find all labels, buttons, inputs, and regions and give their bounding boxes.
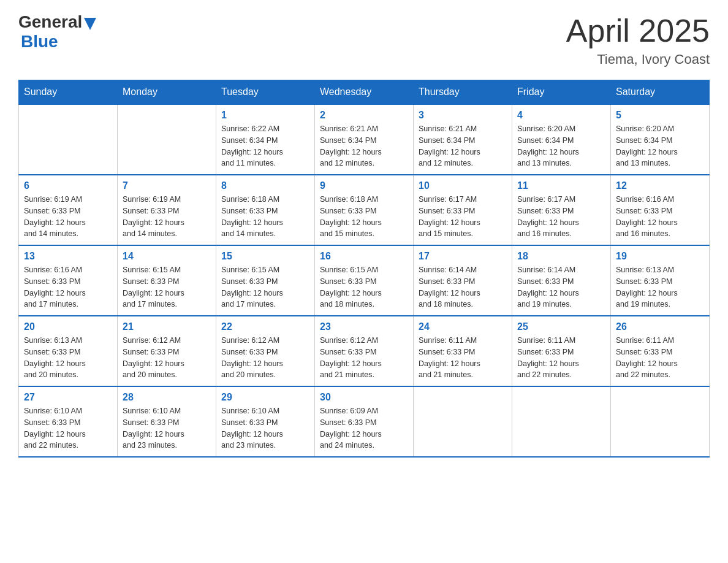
- calendar-cell: [118, 104, 216, 175]
- calendar-cell: 5Sunrise: 6:20 AM Sunset: 6:34 PM Daylig…: [611, 104, 710, 175]
- logo-blue-text: Blue: [21, 32, 58, 51]
- day-info: Sunrise: 6:10 AM Sunset: 6:33 PM Dayligh…: [221, 405, 309, 451]
- day-info: Sunrise: 6:21 AM Sunset: 6:34 PM Dayligh…: [419, 123, 507, 169]
- day-info: Sunrise: 6:11 AM Sunset: 6:33 PM Dayligh…: [517, 335, 605, 381]
- day-number: 26: [616, 321, 704, 332]
- calendar-cell: [414, 386, 512, 457]
- calendar-cell: 15Sunrise: 6:15 AM Sunset: 6:33 PM Dayli…: [216, 245, 315, 316]
- calendar-cell: 4Sunrise: 6:20 AM Sunset: 6:34 PM Daylig…: [512, 104, 611, 175]
- day-info: Sunrise: 6:18 AM Sunset: 6:33 PM Dayligh…: [221, 194, 309, 240]
- calendar-cell: 21Sunrise: 6:12 AM Sunset: 6:33 PM Dayli…: [118, 316, 216, 386]
- day-number: 19: [616, 251, 704, 262]
- day-info: Sunrise: 6:11 AM Sunset: 6:33 PM Dayligh…: [419, 335, 507, 381]
- day-info: Sunrise: 6:10 AM Sunset: 6:33 PM Dayligh…: [24, 405, 112, 451]
- day-number: 29: [221, 392, 309, 403]
- day-number: 23: [320, 321, 408, 332]
- day-number: 24: [419, 321, 507, 332]
- calendar-cell: 13Sunrise: 6:16 AM Sunset: 6:33 PM Dayli…: [19, 245, 118, 316]
- calendar-header-row: SundayMondayTuesdayWednesdayThursdayFrid…: [19, 80, 710, 105]
- day-info: Sunrise: 6:16 AM Sunset: 6:33 PM Dayligh…: [616, 194, 704, 240]
- calendar-cell: 19Sunrise: 6:13 AM Sunset: 6:33 PM Dayli…: [611, 245, 710, 316]
- weekday-header-sunday: Sunday: [19, 80, 118, 105]
- day-info: Sunrise: 6:17 AM Sunset: 6:33 PM Dayligh…: [517, 194, 605, 240]
- logo: General Blue: [18, 12, 96, 52]
- day-info: Sunrise: 6:19 AM Sunset: 6:33 PM Dayligh…: [123, 194, 211, 240]
- day-info: Sunrise: 6:11 AM Sunset: 6:33 PM Dayligh…: [616, 335, 704, 381]
- logo-triangle-icon: [84, 18, 96, 30]
- calendar-cell: 8Sunrise: 6:18 AM Sunset: 6:33 PM Daylig…: [216, 175, 315, 245]
- calendar-cell: 7Sunrise: 6:19 AM Sunset: 6:33 PM Daylig…: [118, 175, 216, 245]
- day-info: Sunrise: 6:22 AM Sunset: 6:34 PM Dayligh…: [221, 123, 309, 169]
- day-info: Sunrise: 6:13 AM Sunset: 6:33 PM Dayligh…: [24, 335, 112, 381]
- calendar-cell: 20Sunrise: 6:13 AM Sunset: 6:33 PM Dayli…: [19, 316, 118, 386]
- calendar-cell: 26Sunrise: 6:11 AM Sunset: 6:33 PM Dayli…: [611, 316, 710, 386]
- calendar-cell: [611, 386, 710, 457]
- day-number: 4: [517, 110, 605, 121]
- day-info: Sunrise: 6:12 AM Sunset: 6:33 PM Dayligh…: [123, 335, 211, 381]
- day-info: Sunrise: 6:19 AM Sunset: 6:33 PM Dayligh…: [24, 194, 112, 240]
- calendar-cell: 3Sunrise: 6:21 AM Sunset: 6:34 PM Daylig…: [414, 104, 512, 175]
- day-number: 12: [616, 180, 704, 191]
- calendar-week-row: 1Sunrise: 6:22 AM Sunset: 6:34 PM Daylig…: [19, 104, 710, 175]
- day-info: Sunrise: 6:17 AM Sunset: 6:33 PM Dayligh…: [419, 194, 507, 240]
- calendar-cell: 25Sunrise: 6:11 AM Sunset: 6:33 PM Dayli…: [512, 316, 611, 386]
- day-info: Sunrise: 6:15 AM Sunset: 6:33 PM Dayligh…: [320, 264, 408, 310]
- day-number: 1: [221, 110, 309, 121]
- calendar-cell: 12Sunrise: 6:16 AM Sunset: 6:33 PM Dayli…: [611, 175, 710, 245]
- calendar-cell: [19, 104, 118, 175]
- day-number: 2: [320, 110, 408, 121]
- day-info: Sunrise: 6:18 AM Sunset: 6:33 PM Dayligh…: [320, 194, 408, 240]
- calendar-cell: 27Sunrise: 6:10 AM Sunset: 6:33 PM Dayli…: [19, 386, 118, 457]
- calendar-cell: 16Sunrise: 6:15 AM Sunset: 6:33 PM Dayli…: [315, 245, 414, 316]
- calendar-cell: 22Sunrise: 6:12 AM Sunset: 6:33 PM Dayli…: [216, 316, 315, 386]
- day-info: Sunrise: 6:20 AM Sunset: 6:34 PM Dayligh…: [517, 123, 605, 169]
- weekday-header-saturday: Saturday: [611, 80, 710, 105]
- calendar-cell: 17Sunrise: 6:14 AM Sunset: 6:33 PM Dayli…: [414, 245, 512, 316]
- day-number: 3: [419, 110, 507, 121]
- calendar-cell: 1Sunrise: 6:22 AM Sunset: 6:34 PM Daylig…: [216, 104, 315, 175]
- calendar-cell: 11Sunrise: 6:17 AM Sunset: 6:33 PM Dayli…: [512, 175, 611, 245]
- day-number: 15: [221, 251, 309, 262]
- day-number: 27: [24, 392, 112, 403]
- location-subtitle: Tiema, Ivory Coast: [566, 52, 710, 67]
- day-number: 5: [616, 110, 704, 121]
- day-number: 16: [320, 251, 408, 262]
- weekday-header-tuesday: Tuesday: [216, 80, 315, 105]
- day-number: 13: [24, 251, 112, 262]
- calendar-week-row: 6Sunrise: 6:19 AM Sunset: 6:33 PM Daylig…: [19, 175, 710, 245]
- calendar-cell: 29Sunrise: 6:10 AM Sunset: 6:33 PM Dayli…: [216, 386, 315, 457]
- calendar-week-row: 13Sunrise: 6:16 AM Sunset: 6:33 PM Dayli…: [19, 245, 710, 316]
- weekday-header-friday: Friday: [512, 80, 611, 105]
- weekday-header-monday: Monday: [118, 80, 216, 105]
- day-number: 14: [123, 251, 211, 262]
- weekday-header-wednesday: Wednesday: [315, 80, 414, 105]
- day-info: Sunrise: 6:14 AM Sunset: 6:33 PM Dayligh…: [419, 264, 507, 310]
- day-number: 17: [419, 251, 507, 262]
- calendar-table: SundayMondayTuesdayWednesdayThursdayFrid…: [18, 80, 710, 458]
- day-info: Sunrise: 6:12 AM Sunset: 6:33 PM Dayligh…: [221, 335, 309, 381]
- day-info: Sunrise: 6:10 AM Sunset: 6:33 PM Dayligh…: [123, 405, 211, 451]
- calendar-cell: [512, 386, 611, 457]
- calendar-cell: 28Sunrise: 6:10 AM Sunset: 6:33 PM Dayli…: [118, 386, 216, 457]
- day-info: Sunrise: 6:20 AM Sunset: 6:34 PM Dayligh…: [616, 123, 704, 169]
- day-number: 18: [517, 251, 605, 262]
- calendar-cell: 2Sunrise: 6:21 AM Sunset: 6:34 PM Daylig…: [315, 104, 414, 175]
- calendar-cell: 30Sunrise: 6:09 AM Sunset: 6:33 PM Dayli…: [315, 386, 414, 457]
- day-number: 30: [320, 392, 408, 403]
- day-number: 28: [123, 392, 211, 403]
- calendar-cell: 10Sunrise: 6:17 AM Sunset: 6:33 PM Dayli…: [414, 175, 512, 245]
- day-number: 11: [517, 180, 605, 191]
- day-number: 25: [517, 321, 605, 332]
- calendar-cell: 14Sunrise: 6:15 AM Sunset: 6:33 PM Dayli…: [118, 245, 216, 316]
- day-number: 10: [419, 180, 507, 191]
- calendar-cell: 9Sunrise: 6:18 AM Sunset: 6:33 PM Daylig…: [315, 175, 414, 245]
- day-number: 22: [221, 321, 309, 332]
- logo-general-text: General: [18, 12, 82, 32]
- day-number: 7: [123, 180, 211, 191]
- calendar-week-row: 20Sunrise: 6:13 AM Sunset: 6:33 PM Dayli…: [19, 316, 710, 386]
- day-number: 9: [320, 180, 408, 191]
- day-info: Sunrise: 6:13 AM Sunset: 6:33 PM Dayligh…: [616, 264, 704, 310]
- month-year-title: April 2025: [566, 12, 710, 49]
- day-info: Sunrise: 6:15 AM Sunset: 6:33 PM Dayligh…: [221, 264, 309, 310]
- calendar-cell: 18Sunrise: 6:14 AM Sunset: 6:33 PM Dayli…: [512, 245, 611, 316]
